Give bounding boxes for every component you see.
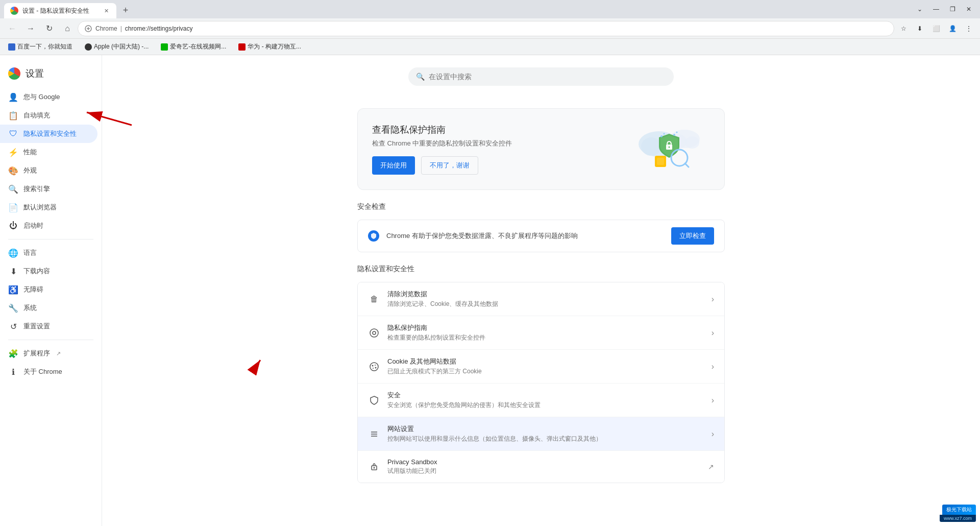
svg-line-12 [685,163,689,167]
content-inner: 🔍 查看隐私保护指南 检查 Chrome 中重要的隐私控制设置和安全控件 开始使… [337,55,745,495]
sidebar-item-autofill-label: 自动填充 [23,111,50,120]
close-button[interactable]: ✕ [962,2,976,16]
home-button[interactable]: ⌂ [59,20,76,37]
privacy-guide-item[interactable]: 隐私保护指南 检查重要的隐私控制设置和安全控件 › [358,316,724,350]
site-settings-arrow: › [712,429,714,439]
refresh-button[interactable]: ↻ [41,20,57,37]
safety-check-text: Chrome 有助于保护您免受数据泄露、不良扩展程序等问题的影响 [386,231,664,241]
sidebar-item-accessibility-label: 无障碍 [23,285,43,294]
tab-close-button[interactable]: ✕ [102,7,110,15]
svg-point-18 [373,331,376,334]
minimize-button[interactable]: — [929,2,943,16]
address-bar[interactable]: Chrome | chrome://settings/privacy [78,21,894,36]
address-chrome-label: Chrome [95,25,117,32]
download-button[interactable]: ⬇ [913,21,927,36]
privacy-guide-arrow: › [712,328,714,338]
sidebar-item-privacy[interactable]: 🛡 隐私设置和安全性 [0,125,97,143]
svg-point-2 [641,137,662,156]
svg-point-13 [660,135,663,137]
security-item[interactable]: 安全 安全浏览（保护您免受危险网站的侵害）和其他安全设置 › [358,384,724,417]
bookmark-favicon [85,43,92,51]
privacy-sandbox-ext-icon: ↗ [708,463,714,471]
sidebar-item-accessibility[interactable]: ♿ 无障碍 [0,280,97,299]
sidebar-item-search-label: 搜索引擎 [23,184,50,194]
sidebar-title: 设置 [26,67,44,80]
sidebar-item-extensions[interactable]: 🧩 扩展程序 ↗ [0,344,97,363]
search-input[interactable] [429,73,666,81]
privacy-sandbox-item[interactable]: Privacy Sandbox 试用版功能已关闭 ↗ [358,451,724,483]
cookies-item[interactable]: Cookie 及其他网站数据 已阻止无痕模式下的第三方 Cookie › [358,350,724,384]
tab-strip-button[interactable]: ⬜ [929,21,943,36]
sidebar-item-google[interactable]: 👤 您与 Google [0,88,97,106]
security-desc: 安全浏览（保护您免受危险网站的侵害）和其他安全设置 [387,401,704,410]
site-settings-icon [368,428,380,440]
sidebar-item-appearance[interactable]: 🎨 外观 [0,161,97,180]
start-using-button[interactable]: 开始使用 [372,156,415,175]
dropdown-button[interactable]: ⌄ [913,2,927,16]
clear-browsing-item[interactable]: 🗑 清除浏览数据 清除浏览记录、Cookie、缓存及其他数据 › [358,282,724,316]
reset-icon: ↺ [8,321,18,331]
sandbox-icon [368,461,380,473]
sidebar-item-google-label: 您与 Google [23,92,60,102]
bookmark-label: 爱奇艺-在线视频网... [170,42,226,51]
cookies-desc: 已阻止无痕模式下的第三方 Cookie [387,367,704,376]
security-icon [368,394,380,407]
sidebar-item-language[interactable]: 🌐 语言 [0,244,97,262]
external-link-icon: ↗ [56,350,61,357]
svg-point-20 [372,365,374,366]
sidebar-item-about[interactable]: ℹ 关于 Chrome [0,363,97,381]
privacy-guide-item-desc: 检查重要的隐私控制设置和安全控件 [387,333,704,342]
forward-button[interactable]: → [22,20,39,37]
check-now-button[interactable]: 立即检查 [671,227,714,245]
privacy-guide-content: 查看隐私保护指南 检查 Chrome 中重要的隐私控制设置和安全控件 开始使用 … [372,124,628,175]
privacy-icon: 🛡 [8,129,18,139]
security-text: 安全 安全浏览（保护您免受危险网站的侵害）和其他安全设置 [387,391,704,410]
cookies-text: Cookie 及其他网站数据 已阻止无痕模式下的第三方 Cookie [387,357,704,376]
sidebar-item-downloads[interactable]: ⬇ 下载内容 [0,262,97,280]
sidebar-item-system[interactable]: 🔧 系统 [0,299,97,317]
default-browser-icon: 📄 [8,202,18,212]
back-button[interactable]: ← [4,20,20,37]
skip-button[interactable]: 不用了，谢谢 [421,156,478,175]
svg-point-6 [685,136,699,149]
menu-button[interactable]: ⋮ [962,21,976,36]
privacy-guide-text: 隐私保护指南 检查重要的隐私控制设置和安全控件 [387,323,704,342]
tab-title: 设置 - 隐私设置和安全性 [22,7,99,15]
sidebar-item-autofill[interactable]: 📋 自动填充 [0,106,97,125]
privacy-sandbox-text: Privacy Sandbox 试用版功能已关闭 [387,458,701,475]
sidebar-divider-2 [8,340,93,340]
bookmark-favicon [8,43,15,51]
clear-browsing-title: 清除浏览数据 [387,290,704,299]
svg-rect-10 [657,158,664,165]
profile-button[interactable]: 👤 [945,21,960,36]
title-bar: 设置 - 隐私设置和安全性 ✕ + ⌄ — ❐ ✕ [0,0,980,18]
sidebar-item-performance[interactable]: ⚡ 性能 [0,143,97,161]
bookmark-baidu[interactable]: 百度一下，你就知道 [4,41,77,52]
active-tab[interactable]: 设置 - 隐私设置和安全性 ✕ [4,3,116,18]
bookmark-apple[interactable]: Apple (中国大陆) -... [81,41,153,52]
sidebar-item-search[interactable]: 🔍 搜索引擎 [0,180,97,198]
site-settings-title: 网站设置 [387,424,704,434]
site-settings-item[interactable]: 网站设置 控制网站可以使用和显示什么信息（如位置信息、摄像头、弹出式窗口及其他）… [358,417,724,451]
bookmark-huawei[interactable]: 华为 - 构建万物互... [234,41,305,52]
bookmark-iqiyi[interactable]: 爱奇艺-在线视频网... [157,41,230,52]
restore-button[interactable]: ❐ [945,2,960,16]
privacy-guide-description: 检查 Chrome 中重要的隐私控制设置和安全控件 [372,139,628,148]
settings-search[interactable]: 🔍 [408,67,674,86]
nav-right: ☆ ⬇ ⬜ 👤 ⋮ [896,21,976,36]
privacy-guide-icon [368,327,380,339]
svg-point-21 [375,365,376,366]
sidebar-item-privacy-label: 隐私设置和安全性 [23,129,77,138]
sidebar-item-reset[interactable]: ↺ 重置设置 [0,317,97,336]
site-settings-text: 网站设置 控制网站可以使用和显示什么信息（如位置信息、摄像头、弹出式窗口及其他） [387,424,704,443]
privacy-sandbox-title: Privacy Sandbox [387,458,701,466]
bookmarks-bar: 百度一下，你就知道 Apple (中国大陆) -... 爱奇艺-在线视频网...… [0,39,980,55]
watermark-logo: 极光下载站 [942,505,976,515]
sidebar-item-default-browser[interactable]: 📄 默认浏览器 [0,198,97,217]
bookmark-label: 华为 - 构建万物互... [248,42,301,51]
sidebar-item-startup[interactable]: ⏻ 启动时 [0,217,97,235]
new-tab-button[interactable]: + [118,3,133,17]
sidebar-item-appearance-label: 外观 [23,166,37,175]
sidebar-item-about-label: 关于 Chrome [23,367,62,376]
bookmark-button[interactable]: ☆ [896,21,911,36]
